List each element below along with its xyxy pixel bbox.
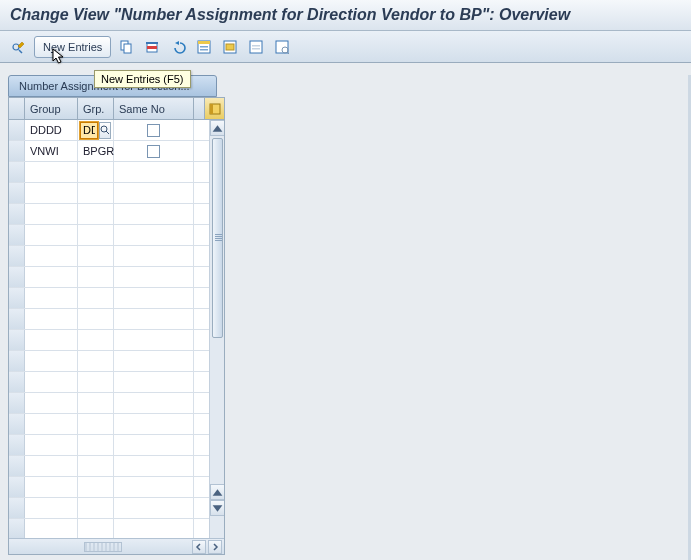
- print-button[interactable]: [271, 36, 293, 58]
- row-selector[interactable]: [9, 162, 25, 182]
- table-row: [9, 456, 224, 477]
- cell-grp[interactable]: [78, 120, 114, 140]
- new-entries-button[interactable]: New Entries: [34, 36, 111, 58]
- row-selector[interactable]: [9, 498, 25, 518]
- table-row: [9, 414, 224, 435]
- new-entries-label-prefix: N: [43, 41, 51, 53]
- configure-columns-button[interactable]: [204, 98, 224, 119]
- row-selector[interactable]: [9, 267, 25, 287]
- row-selector[interactable]: [9, 225, 25, 245]
- svg-rect-13: [252, 45, 260, 47]
- deselect-all-button[interactable]: [245, 36, 267, 58]
- table-row: [9, 246, 224, 267]
- row-selector[interactable]: [9, 183, 25, 203]
- grid-header: Group Grp. Same No: [9, 98, 224, 120]
- column-header-grp[interactable]: Grp.: [78, 98, 114, 119]
- scroll-up-icon[interactable]: [210, 120, 224, 136]
- grp-input[interactable]: [80, 122, 98, 139]
- row-selector[interactable]: [9, 372, 25, 392]
- row-selector[interactable]: [9, 477, 25, 497]
- undo-change-button[interactable]: [167, 36, 189, 58]
- same-no-checkbox[interactable]: [147, 145, 160, 158]
- table-row: [9, 351, 224, 372]
- cell-grp[interactable]: BPGR: [78, 141, 114, 161]
- application-toolbar: New Entries: [0, 31, 691, 63]
- row-selector[interactable]: [9, 414, 25, 434]
- svg-rect-2: [124, 44, 131, 53]
- svg-rect-12: [250, 41, 262, 53]
- svg-point-0: [13, 44, 19, 50]
- column-header-same-no[interactable]: Same No: [114, 98, 194, 119]
- page-title: Change View "Number Assignment for Direc…: [0, 0, 691, 31]
- scroll-down-icon[interactable]: [210, 500, 224, 516]
- cell-group[interactable]: DDDD: [25, 120, 78, 140]
- table-row: [9, 435, 224, 456]
- column-resize-handle[interactable]: [84, 542, 122, 552]
- row-selector[interactable]: [9, 309, 25, 329]
- new-entries-tooltip: New Entries (F5): [94, 70, 191, 88]
- vertical-scrollbar[interactable]: [209, 120, 224, 538]
- scroll-right-icon[interactable]: [208, 540, 222, 554]
- search-help-icon[interactable]: [99, 122, 111, 139]
- scroll-thumb[interactable]: [212, 138, 223, 338]
- same-no-checkbox[interactable]: [147, 124, 160, 137]
- row-selector[interactable]: [9, 246, 25, 266]
- new-entries-label-suffix: w Entries: [57, 41, 102, 53]
- content-area: Number Assignment for Direction... Group…: [0, 75, 691, 560]
- table-row: VNWI BPGR: [9, 141, 224, 162]
- scroll-left-icon[interactable]: [192, 540, 206, 554]
- svg-rect-5: [146, 42, 158, 44]
- table-row: [9, 204, 224, 225]
- cell-same-no[interactable]: [114, 120, 194, 140]
- cell-group[interactable]: VNWI: [25, 141, 78, 161]
- table-row: [9, 288, 224, 309]
- table-row: [9, 330, 224, 351]
- row-selector[interactable]: [9, 393, 25, 413]
- select-block-button[interactable]: [219, 36, 241, 58]
- svg-rect-8: [200, 46, 208, 48]
- copy-as-button[interactable]: [115, 36, 137, 58]
- row-selector[interactable]: [9, 120, 25, 140]
- row-selector-header[interactable]: [9, 98, 25, 119]
- table-row: [9, 477, 224, 498]
- table-row: [9, 519, 224, 538]
- table-row: [9, 498, 224, 519]
- row-selector[interactable]: [9, 519, 25, 538]
- row-selector[interactable]: [9, 204, 25, 224]
- table-row: [9, 267, 224, 288]
- svg-rect-9: [200, 49, 208, 51]
- svg-rect-4: [147, 46, 157, 49]
- row-selector[interactable]: [9, 456, 25, 476]
- svg-rect-18: [210, 104, 213, 114]
- table-row: [9, 183, 224, 204]
- table-row: [9, 225, 224, 246]
- row-selector[interactable]: [9, 435, 25, 455]
- table-row: [9, 393, 224, 414]
- svg-rect-7: [198, 41, 210, 44]
- svg-rect-14: [252, 48, 260, 50]
- cell-same-no[interactable]: [114, 141, 194, 161]
- grid-footer: [9, 538, 224, 554]
- column-header-group[interactable]: Group: [25, 98, 78, 119]
- table-row: [9, 309, 224, 330]
- toggle-display-change-button[interactable]: [8, 36, 30, 58]
- svg-rect-11: [226, 44, 234, 50]
- table-row: DDDD: [9, 120, 224, 141]
- select-all-button[interactable]: [193, 36, 215, 58]
- delete-button[interactable]: [141, 36, 163, 58]
- grid-body: DDDD VNWI BPGR: [9, 120, 224, 538]
- table-row: [9, 372, 224, 393]
- row-selector[interactable]: [9, 288, 25, 308]
- table-row: [9, 162, 224, 183]
- row-selector[interactable]: [9, 141, 25, 161]
- row-selector[interactable]: [9, 351, 25, 371]
- data-grid: Group Grp. Same No DDDD: [8, 97, 225, 555]
- row-selector[interactable]: [9, 330, 25, 350]
- scroll-up-bottom-icon[interactable]: [210, 484, 224, 500]
